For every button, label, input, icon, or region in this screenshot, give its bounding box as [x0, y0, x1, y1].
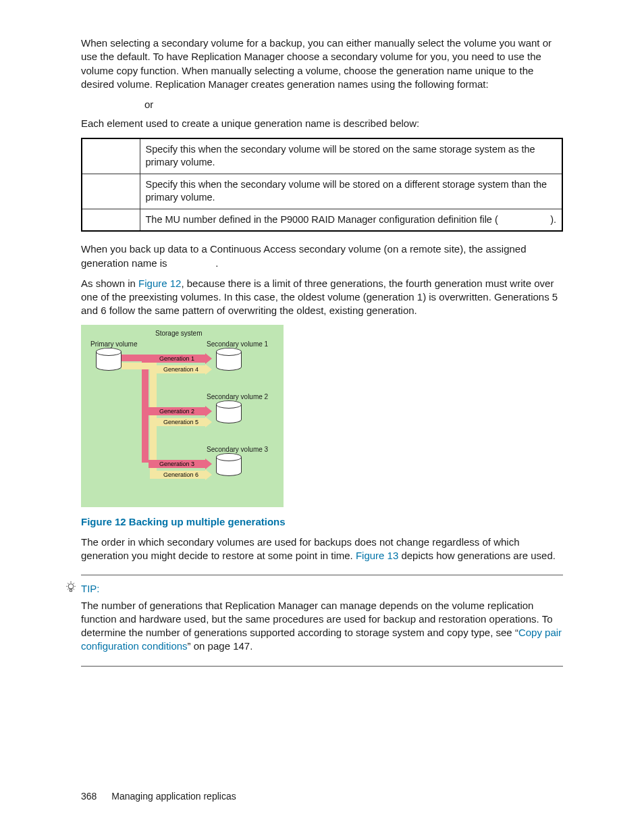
table-cell-text: ). — [550, 213, 556, 227]
table-cell-desc: The MU number defined in the P9000 RAID … — [140, 209, 562, 231]
secondary-volume-3-icon — [216, 453, 242, 479]
text: ” on page 147. — [188, 640, 253, 652]
figure-12-caption: Figure 12 Backing up multiple generation… — [81, 515, 563, 529]
text: . — [215, 257, 218, 269]
divider — [81, 666, 563, 667]
paragraph-intro: When selecting a secondary volume for a … — [81, 36, 563, 91]
diagram-label-storage: Storage system — [155, 329, 202, 338]
gen2-arrow: Generation 2 — [149, 407, 212, 415]
page-footer: 368 Managing application replicas — [81, 790, 236, 803]
figure-12-link[interactable]: Figure 12 — [138, 278, 181, 289]
page-number: 368 — [81, 791, 97, 802]
text: The number of generations that Replicati… — [81, 600, 553, 639]
table-cell-key — [82, 209, 140, 231]
divider — [81, 575, 563, 575]
svg-line-6 — [68, 589, 69, 590]
svg-line-4 — [68, 583, 69, 585]
secondary-volume-2-icon — [216, 400, 242, 426]
gen3-arrow: Generation 3 — [149, 460, 212, 468]
table-cell-key — [82, 174, 140, 209]
tip-label: TIP: — [81, 582, 563, 596]
paragraph-figure-ref: As shown in Figure 12, because there is … — [81, 277, 563, 318]
gen4-arrow: Generation 4 — [157, 365, 212, 373]
generations-diagram: Storage system Primary volume Secondary … — [81, 325, 284, 507]
gen6-arrow: Generation 6 — [157, 471, 212, 479]
svg-line-7 — [73, 589, 74, 590]
diagram-connector — [142, 355, 149, 463]
svg-line-5 — [73, 583, 74, 585]
tip-block: TIP: The number of generations that Repl… — [81, 582, 563, 653]
table-cell-desc: Specify this when the secondary volume w… — [140, 138, 562, 174]
paragraph-ca-note: When you back up data to a Continuous Ac… — [81, 242, 563, 270]
svg-rect-8 — [70, 590, 72, 592]
text: When you back up data to a Continuous Ac… — [81, 243, 527, 268]
primary-volume-icon — [96, 348, 122, 373]
gen5-arrow: Generation 5 — [157, 418, 212, 426]
text: As shown in — [81, 278, 138, 289]
table-cell-key — [82, 138, 140, 174]
text: depicts how generations are used. — [398, 550, 556, 561]
section-title: Managing application replicas — [111, 791, 236, 802]
svg-point-0 — [68, 584, 74, 590]
table-cell-desc: Specify this when the secondary volume w… — [140, 174, 562, 209]
tip-body: The number of generations that Replicati… — [81, 599, 563, 654]
table-cell-text: The MU number defined in the P9000 RAID … — [146, 214, 498, 225]
secondary-volume-1-icon — [216, 348, 242, 373]
gen1-arrow: Generation 1 — [149, 355, 212, 363]
paragraph-order: The order in which secondary volumes are… — [81, 536, 563, 563]
tip-lightbulb-icon — [65, 581, 77, 593]
figure-13-link[interactable]: Figure 13 — [356, 550, 398, 561]
format-or: or — [144, 98, 563, 111]
paragraph-elements: Each element used to create a unique gen… — [81, 117, 563, 130]
generation-name-table: Specify this when the secondary volume w… — [81, 138, 563, 232]
